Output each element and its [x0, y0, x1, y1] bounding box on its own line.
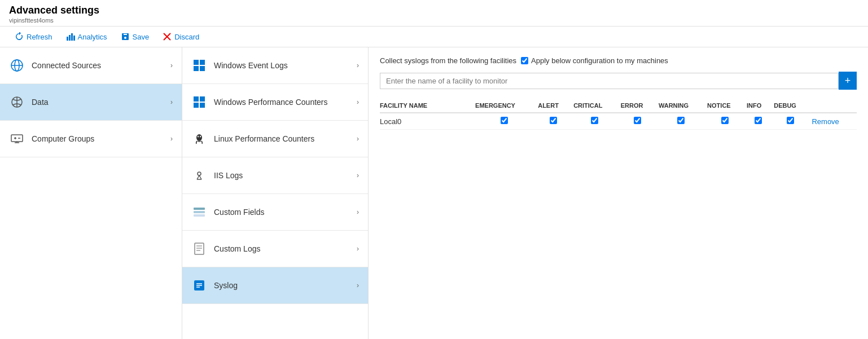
- page-header: Advanced settings vipinsfttest4oms: [0, 0, 868, 27]
- sidebar-item-computer-groups[interactable]: Computer Groups ›: [0, 121, 182, 157]
- checkbox-input-warning[interactable]: [677, 117, 685, 124]
- save-label: Save: [133, 33, 150, 41]
- toolbar: Refresh Analytics Save Discard: [0, 27, 868, 47]
- facility-input[interactable]: [380, 73, 839, 89]
- middle-label-iis-logs: IIS Logs: [214, 171, 357, 180]
- sidebar-chevron-computer-groups: ›: [170, 135, 173, 143]
- checkbox-input-notice[interactable]: [721, 117, 729, 124]
- svg-rect-11: [11, 135, 23, 142]
- connected-sources-icon: [9, 58, 25, 73]
- checkbox-input-alert[interactable]: [550, 117, 557, 124]
- col-info: INFO: [747, 99, 774, 113]
- refresh-icon: [15, 32, 24, 41]
- checkbox-notice[interactable]: [707, 113, 747, 130]
- refresh-button[interactable]: Refresh: [9, 30, 58, 43]
- middle-chevron-windows-event-logs: ›: [357, 61, 359, 69]
- custom-fields-icon: [191, 204, 207, 220]
- checkbox-alert[interactable]: [538, 113, 573, 130]
- middle-label-linux-perf-counters: Linux Performance Counters: [214, 134, 357, 143]
- middle-label-syslog: Syslog: [214, 281, 357, 290]
- page-subtitle: vipinsfttest4oms: [9, 17, 859, 24]
- middle-label-custom-fields: Custom Fields: [214, 208, 357, 217]
- col-notice: NOTICE: [707, 99, 747, 113]
- col-critical: CRITICAL: [573, 99, 621, 113]
- sidebar-label-data: Data: [32, 98, 170, 107]
- col-emergency: EMERGENCY: [475, 99, 538, 113]
- checkbox-error[interactable]: [621, 113, 659, 130]
- right-panel: Collect syslogs from the following facil…: [369, 47, 868, 339]
- table-row: Local0Remove: [380, 113, 857, 130]
- checkbox-emergency[interactable]: [475, 113, 538, 130]
- col-error: ERROR: [621, 99, 659, 113]
- svg-rect-3: [73, 36, 75, 41]
- main-layout: Connected Sources › Data ›: [0, 47, 868, 339]
- sidebar-item-connected-sources[interactable]: Connected Sources ›: [0, 47, 182, 84]
- middle-item-windows-event-logs[interactable]: Windows Event Logs ›: [182, 47, 368, 84]
- middle-chevron-windows-perf-counters: ›: [357, 98, 359, 106]
- middle-chevron-linux-perf-counters: ›: [357, 135, 359, 143]
- analytics-button[interactable]: Analytics: [60, 30, 113, 43]
- col-alert: ALERT: [538, 99, 573, 113]
- middle-item-windows-perf-counters[interactable]: Windows Performance Counters ›: [182, 84, 368, 121]
- windows-event-logs-icon: [191, 58, 207, 73]
- linux-perf-counters-icon: [191, 131, 207, 147]
- save-icon: [121, 32, 130, 41]
- facility-input-row: +: [380, 72, 857, 90]
- apply-checkbox-label[interactable]: Apply below configuration to my machines: [521, 56, 668, 65]
- svg-point-17: [196, 134, 202, 141]
- computer-groups-icon: [9, 131, 25, 147]
- save-button[interactable]: Save: [115, 30, 155, 43]
- middle-item-syslog[interactable]: Syslog ›: [182, 267, 368, 304]
- windows-perf-counters-icon: [191, 94, 207, 110]
- col-warning: WARNING: [659, 99, 707, 113]
- sidebar-item-data[interactable]: Data ›: [0, 84, 182, 121]
- middle-chevron-syslog: ›: [357, 281, 359, 289]
- sidebar: Connected Sources › Data ›: [0, 47, 182, 339]
- svg-rect-25: [194, 211, 205, 213]
- checkbox-input-emergency[interactable]: [501, 117, 508, 124]
- collect-text: Collect syslogs from the following facil…: [380, 56, 516, 65]
- add-facility-button[interactable]: +: [839, 72, 857, 90]
- facility-name-cell: Local0: [380, 113, 475, 130]
- col-facility-name: FACILITY NAME: [380, 99, 475, 113]
- col-debug: DEBUG: [774, 99, 812, 113]
- sidebar-chevron-connected-sources: ›: [170, 61, 173, 69]
- middle-label-windows-perf-counters: Windows Performance Counters: [214, 98, 357, 107]
- svg-rect-2: [71, 33, 73, 41]
- sidebar-chevron-data: ›: [170, 98, 173, 106]
- checkbox-input-critical[interactable]: [591, 117, 598, 124]
- checkbox-critical[interactable]: [573, 113, 621, 130]
- middle-item-iis-logs[interactable]: IIS Logs ›: [182, 157, 368, 194]
- checkbox-input-info[interactable]: [755, 117, 762, 124]
- middle-item-custom-logs[interactable]: Custom Logs ›: [182, 231, 368, 267]
- sidebar-label-connected-sources: Connected Sources: [32, 61, 170, 70]
- checkbox-input-debug[interactable]: [787, 117, 794, 124]
- discard-button[interactable]: Discard: [157, 30, 205, 43]
- checkbox-debug[interactable]: [774, 113, 812, 130]
- apply-text: Apply below configuration to my machines: [531, 56, 668, 65]
- svg-line-22: [199, 175, 201, 179]
- svg-point-18: [198, 136, 199, 138]
- svg-rect-24: [194, 208, 205, 210]
- middle-item-linux-perf-counters[interactable]: Linux Performance Counters ›: [182, 121, 368, 157]
- svg-rect-0: [67, 37, 68, 41]
- apply-checkbox-input[interactable]: [521, 57, 528, 64]
- checkbox-info[interactable]: [747, 113, 774, 130]
- middle-chevron-iis-logs: ›: [357, 171, 359, 179]
- facility-table: FACILITY NAME EMERGENCY ALERT CRITICAL E…: [380, 99, 857, 130]
- checkbox-warning[interactable]: [659, 113, 707, 130]
- middle-chevron-custom-fields: ›: [357, 208, 359, 216]
- middle-label-windows-event-logs: Windows Event Logs: [214, 61, 357, 70]
- svg-point-19: [200, 136, 201, 138]
- middle-item-custom-fields[interactable]: Custom Fields ›: [182, 194, 368, 231]
- svg-point-20: [198, 172, 201, 175]
- svg-line-21: [197, 175, 199, 179]
- table-header-row: FACILITY NAME EMERGENCY ALERT CRITICAL E…: [380, 99, 857, 113]
- svg-rect-26: [194, 214, 205, 217]
- svg-rect-27: [195, 243, 204, 254]
- page-title: Advanced settings: [9, 5, 859, 16]
- checkbox-input-error[interactable]: [634, 117, 641, 124]
- remove-cell[interactable]: Remove: [812, 113, 857, 130]
- svg-rect-1: [69, 35, 71, 41]
- middle-label-custom-logs: Custom Logs: [214, 244, 357, 253]
